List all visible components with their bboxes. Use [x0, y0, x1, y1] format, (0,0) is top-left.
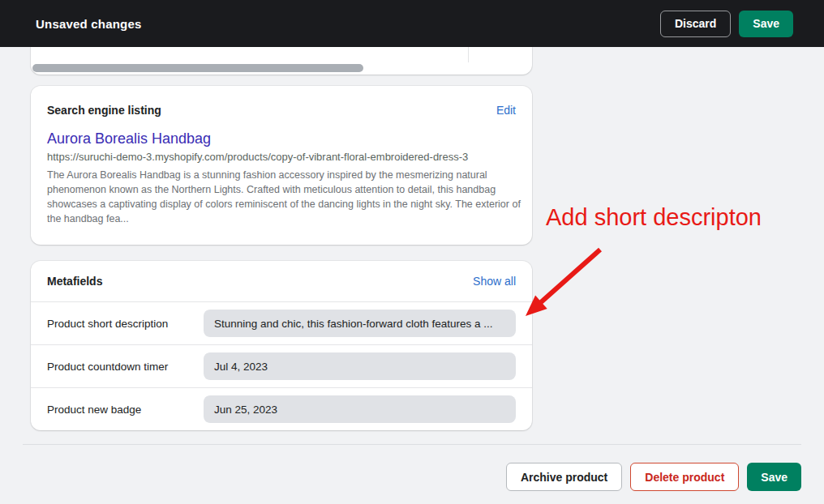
footer-divider [23, 444, 801, 445]
metafield-label: Product countdown timer [47, 361, 204, 373]
metafield-row-new-badge: Product new badge Jun 25, 2023 [31, 387, 532, 430]
unsaved-changes-label: Unsaved changes [36, 17, 660, 31]
metafield-value-field-short-description[interactable]: Stunning and chic, this fashion-forward … [204, 310, 516, 337]
truncated-card-bottom [31, 47, 532, 75]
save-button-top[interactable]: Save [739, 11, 793, 37]
metafield-label: Product new badge [47, 404, 204, 416]
save-button-bottom[interactable]: Save [747, 463, 801, 491]
metafield-row-countdown-timer: Product countdown timer Jul 4, 2023 [31, 344, 532, 387]
metafield-row-short-description: Product short description Stunning and c… [31, 301, 532, 344]
footer-actions: Archive product Delete product Save [506, 463, 801, 491]
annotation-arrow-icon [519, 241, 608, 322]
metafields-show-all-link[interactable]: Show all [473, 275, 516, 288]
unsaved-changes-bar: Unsaved changes Discard Save [0, 0, 824, 47]
metafield-value-field-countdown-timer[interactable]: Jul 4, 2023 [204, 352, 516, 380]
discard-button[interactable]: Discard [660, 11, 731, 37]
column-divider [468, 47, 469, 62]
metafield-label: Product short description [47, 318, 204, 330]
delete-product-button[interactable]: Delete product [630, 463, 739, 491]
seo-edit-link[interactable]: Edit [496, 104, 516, 117]
archive-product-button[interactable]: Archive product [506, 463, 622, 491]
annotation-text: Add short descripton [546, 204, 762, 231]
search-engine-listing-card: Search engine listing Edit Aurora Boreal… [31, 86, 532, 245]
metafield-value-field-new-badge[interactable]: Jun 25, 2023 [204, 395, 516, 423]
seo-card-title: Search engine listing [47, 104, 161, 117]
seo-preview-description: The Aurora Borealis Handbag is a stunnin… [47, 168, 527, 226]
seo-preview-url: https://suruchi-demo-3.myshopify.com/pro… [47, 151, 516, 163]
seo-preview-title[interactable]: Aurora Borealis Handbag [47, 130, 516, 147]
metafields-card-title: Metafields [47, 275, 102, 288]
metafields-card: Metafields Show all Product short descri… [31, 261, 532, 430]
horizontal-scrollbar-thumb[interactable] [32, 64, 363, 72]
